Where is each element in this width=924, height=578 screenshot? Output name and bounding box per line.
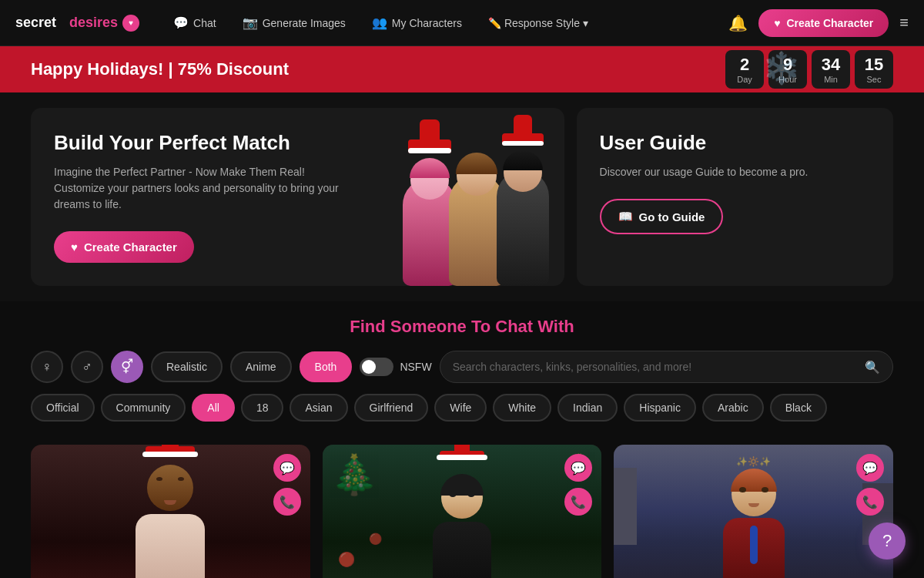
card-2-background: 🎄 🎄 (323, 445, 602, 578)
pen-icon: ✏️ (488, 17, 501, 29)
people-icon: 👥 (372, 15, 387, 30)
style-realistic-button[interactable]: Realistic (151, 351, 223, 382)
nav-response-style[interactable]: ✏️ Response Style ▾ (477, 11, 599, 35)
nsfw-label: NSFW (400, 361, 431, 373)
card-1-actions: 💬 📞 (273, 454, 301, 516)
nsfw-toggle-switch[interactable] (360, 358, 393, 376)
countdown-min-label: Min (819, 75, 842, 84)
hero-card-guide: User Guide Discover our usage Guide to b… (577, 108, 893, 286)
card-1-phone-button[interactable]: 📞 (273, 488, 301, 516)
card-1-background (31, 445, 310, 578)
tag-18[interactable]: 18 (241, 394, 284, 422)
hero-create-label: Create Character (84, 240, 177, 254)
bell-icon[interactable]: 🔔 (728, 14, 748, 32)
card-2-character (433, 477, 491, 578)
question-mark-icon: ? (882, 531, 892, 551)
nsfw-toggle-container: NSFW (360, 358, 431, 376)
nav-characters-label: My Characters (392, 17, 462, 29)
tag-white[interactable]: White (493, 394, 551, 422)
tag-all[interactable]: All (192, 394, 235, 422)
card-2-chat-button[interactable]: 💬 (564, 454, 592, 482)
card-2-phone-button[interactable]: 📞 (564, 488, 592, 516)
hero-create-character-button[interactable]: ♥ Create Character (54, 231, 194, 263)
countdown-sec-label: Sec (862, 75, 886, 84)
filter-row: ♀ ♂ ⚥ Realistic Anime Both NSFW 🔍 (31, 351, 893, 383)
nav-characters[interactable]: 👥 My Characters (361, 9, 473, 36)
help-button[interactable]: ? (869, 523, 906, 560)
card-3-chat-button[interactable]: 💬 (856, 454, 884, 482)
hamburger-icon[interactable]: ≡ (899, 14, 909, 32)
camera-icon: 📷 (243, 15, 258, 30)
logo[interactable]: secret desires ♥ (15, 15, 139, 32)
nav-generate[interactable]: 📷 Generate Images (232, 9, 357, 36)
tag-community[interactable]: Community (101, 394, 186, 422)
tag-wife[interactable]: Wife (434, 394, 487, 422)
promo-banner: Happy Holidays! | 75% Discount 2 Day 9 H… (0, 46, 924, 92)
countdown-min-value: 34 (819, 55, 842, 75)
countdown-sec: 15 Sec (855, 50, 893, 89)
hero-section: Build Your Perfect Match Imagine the Per… (0, 92, 924, 301)
style-anime-button[interactable]: Anime (230, 351, 292, 382)
logo-desires: desires (69, 15, 118, 31)
banner-text: Happy Holidays! | 75% Discount (31, 59, 289, 79)
gender-both-button[interactable]: ⚥ (111, 351, 143, 383)
nav-generate-label: Generate Images (263, 17, 346, 29)
nav-chat-label: Chat (193, 17, 216, 29)
countdown-day-value: 2 (733, 55, 756, 75)
character-card-2[interactable]: 🎄 🎄 (323, 445, 602, 578)
hero-create-heart-icon: ♥ (71, 240, 78, 254)
guide-btn-label: Go to Guide (639, 210, 705, 223)
tag-row: Official Community All 18 Asian Girlfrie… (31, 394, 893, 425)
find-section: Find Someone To Chat With ♀ ♂ ⚥ Realisti… (0, 301, 924, 445)
logo-secret: secret (15, 15, 56, 31)
countdown-day-label: Day (733, 75, 756, 84)
nav-response-label: Response Style (504, 17, 580, 29)
guide-book-icon: 📖 (618, 210, 633, 223)
search-bar: 🔍 (440, 351, 893, 383)
hero-card-build: Build Your Perfect Match Imagine the Per… (31, 108, 564, 286)
tag-indian[interactable]: Indian (557, 394, 618, 422)
dropdown-chevron-icon: ▾ (583, 17, 588, 29)
create-character-button[interactable]: ♥ Create Character (758, 9, 889, 37)
character-card-1[interactable]: 💬 📞 (31, 445, 310, 578)
nav-right: 🔔 ♥ Create Character ≡ (728, 9, 909, 37)
go-to-guide-button[interactable]: 📖 Go to Guide (600, 199, 724, 234)
character-cards-row: 💬 📞 🎄 🎄 (0, 445, 924, 578)
character-card-3[interactable]: ✨🔆✨ 💬 📞 (614, 445, 893, 578)
tag-hispanic[interactable]: Hispanic (624, 394, 696, 422)
card-3-character (723, 472, 785, 578)
card-2-actions: 💬 📞 (564, 454, 592, 516)
snowflake-decoration: ❄️ (762, 50, 801, 86)
card-3-background: ✨🔆✨ (614, 445, 893, 578)
style-both-button[interactable]: Both (300, 351, 353, 382)
search-input[interactable] (453, 361, 859, 373)
card-3-phone-button[interactable]: 📞 (856, 488, 884, 516)
tag-girlfriend[interactable]: Girlfriend (354, 394, 429, 422)
tag-arabic[interactable]: Arabic (702, 394, 764, 422)
card-3-actions: 💬 📞 (856, 454, 884, 516)
countdown-sec-value: 15 (862, 55, 886, 75)
nav-chat[interactable]: 💬 Chat (162, 9, 227, 36)
gender-male-button[interactable]: ♂ (71, 351, 103, 383)
card-1-character (136, 465, 205, 578)
hero-left-title: Build Your Perfect Match (54, 131, 541, 155)
character-illustrations (403, 155, 549, 286)
tag-black[interactable]: Black (770, 394, 827, 422)
search-icon: 🔍 (865, 360, 880, 375)
hero-right-title: User Guide (600, 131, 870, 155)
hero-right-desc: Discover our usage Guide to become a pro… (600, 164, 870, 180)
navbar: secret desires ♥ 💬 Chat 📷 Generate Image… (0, 0, 924, 46)
nav-links: 💬 Chat 📷 Generate Images 👥 My Characters… (162, 9, 721, 36)
create-char-label: Create Character (786, 17, 873, 29)
countdown-timer: 2 Day 9 Hour 34 Min 15 Sec (725, 50, 893, 89)
card-1-chat-button[interactable]: 💬 (273, 454, 301, 482)
logo-heart-icon: ♥ (122, 15, 139, 32)
countdown-min: 34 Min (812, 50, 850, 89)
countdown-day: 2 Day (725, 50, 764, 89)
tag-official[interactable]: Official (31, 394, 95, 422)
tag-asian[interactable]: Asian (290, 394, 347, 422)
hero-left-desc: Imagine the Perfect Partner - Now Make T… (54, 164, 346, 213)
create-char-heart-icon: ♥ (774, 17, 780, 29)
gender-female-button[interactable]: ♀ (31, 351, 63, 383)
find-title: Find Someone To Chat With (31, 317, 893, 337)
